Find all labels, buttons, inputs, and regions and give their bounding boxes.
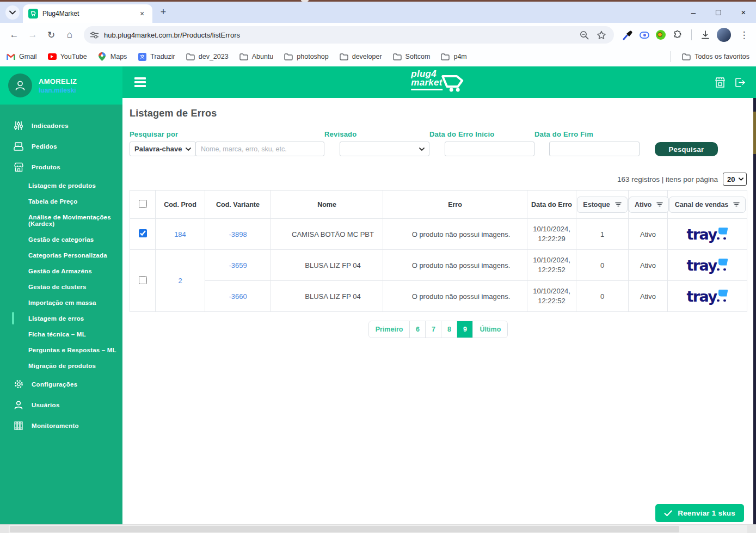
estoque-cell: 0 (576, 281, 629, 312)
bookmark-youtube[interactable]: YouTube (48, 52, 87, 61)
cod-variante-link[interactable]: -3659 (229, 261, 247, 269)
search-input[interactable] (195, 142, 324, 156)
row-checkbox[interactable] (139, 276, 147, 284)
downloads-icon[interactable] (700, 30, 710, 40)
sidebar-item-perguntas-e-respostas-ml[interactable]: Perguntas e Respostas – ML (0, 342, 122, 358)
folder-icon (284, 52, 293, 61)
canal-cell: tray (668, 281, 747, 312)
gmail-icon (7, 52, 15, 61)
cod-prod-link[interactable]: 2 (178, 277, 182, 285)
pagination-page-7[interactable]: 7 (425, 321, 441, 338)
tab-search-button[interactable] (5, 5, 20, 20)
site-settings-icon[interactable] (90, 32, 99, 39)
pagination: Primeiro 6 7 8 9 Último (130, 321, 747, 338)
zoom-icon[interactable] (580, 30, 589, 40)
sidebar-item-indicadores[interactable]: Indicadores (0, 115, 122, 136)
canal-filter-button[interactable]: Canal de vendas (669, 197, 746, 213)
sidebar-item-categorias-personalizada[interactable]: Categorias Personalizada (0, 247, 122, 263)
sidebar-item-ficha-tecnica-ml[interactable]: Ficha técnica – ML (0, 326, 122, 342)
forward-icon[interactable]: → (24, 26, 41, 44)
address-bar[interactable]: hub.plug4market.com.br/Products/listErro… (84, 26, 614, 44)
bookmark-traduzir[interactable]: Traduzir (138, 52, 175, 61)
sidebar-item-listagem-de-erros[interactable]: Listagem de erros (0, 310, 122, 326)
bookmark-folder-dev2023[interactable]: dev_2023 (186, 52, 229, 61)
sidebar-item-monitoramento[interactable]: Monitoramento (0, 415, 122, 436)
sidebar-item-gestao-de-categorias[interactable]: Gestão de categorias (0, 231, 122, 247)
logout-icon[interactable] (734, 77, 746, 88)
sidebar-item-configuracoes[interactable]: Configurações (0, 373, 122, 395)
cod-variante-link[interactable]: -3898 (229, 230, 247, 238)
resend-skus-button[interactable]: Reenviar 1 skus (655, 504, 744, 522)
maximize-button[interactable] (706, 2, 731, 23)
search-type-select[interactable]: Palavra-chave (130, 142, 196, 156)
pagination-page-9-active[interactable]: 9 (457, 321, 472, 338)
marketplace-store-icon[interactable] (714, 77, 726, 88)
bookmark-folder-softcom[interactable]: Softcom (393, 52, 431, 61)
scrollbar-thumb[interactable] (10, 526, 679, 532)
all-bookmarks-folder[interactable]: Todos os favoritos (682, 52, 749, 61)
sidebar-item-tabela-de-preco[interactable]: Tabela de Preço (0, 193, 122, 209)
row-checkbox[interactable] (139, 229, 147, 237)
minimize-button[interactable]: – (681, 2, 706, 23)
sidebar-item-usuarios[interactable]: Usuários (0, 395, 122, 415)
sidebar-item-gestao-de-armazens[interactable]: Gestão de Armazéns (0, 263, 122, 279)
gear-icon (13, 379, 24, 389)
folder-icon (393, 52, 402, 61)
browser-tab[interactable]: Plug4Market × (23, 4, 152, 23)
url-text[interactable]: hub.plug4market.com.br/Products/listErro… (104, 31, 574, 39)
nome-cell: CAMISA BOTÃO MC PBT (271, 219, 383, 250)
estoque-filter-button[interactable]: Estoque (577, 197, 627, 213)
pagination-first[interactable]: Primeiro (369, 321, 410, 338)
sidebar-item-produtos[interactable]: Produtos (0, 157, 122, 177)
cod-variante-link[interactable]: -3660 (229, 292, 247, 301)
profile-avatar[interactable] (717, 28, 731, 42)
hamburger-menu-icon[interactable] (134, 76, 146, 89)
chevron-down-icon (739, 177, 743, 181)
horizontal-scrollbar[interactable] (0, 524, 756, 533)
bookmark-maps[interactable]: Maps (98, 52, 127, 61)
cod-prod-link[interactable]: 184 (174, 230, 186, 238)
tray-logo: tray (686, 258, 728, 273)
eyedropper-extension-icon[interactable] (623, 30, 633, 40)
date-end-input[interactable] (549, 142, 640, 156)
items-per-page-select[interactable]: 20 (723, 173, 747, 186)
ativo-filter-button[interactable]: Ativo (629, 197, 669, 213)
tab-close-icon[interactable]: × (137, 9, 147, 19)
reload-icon[interactable]: ↻ (42, 26, 60, 44)
oval-extension-icon[interactable] (640, 32, 649, 39)
sidebar-item-pedidos[interactable]: Pedidos (0, 136, 122, 157)
right-scroll-strip[interactable] (753, 98, 756, 524)
sidebar-item-analise-de-movimentacoes[interactable]: Análise de Movimentações (Kardex) (0, 209, 122, 231)
close-button[interactable]: × (731, 2, 756, 23)
sidebar: AMORELIZ luan.mileski Indicadores Pedido… (0, 66, 122, 524)
bookmark-folder-developer[interactable]: developer (340, 52, 382, 61)
sidebar-item-migracao-de-produtos[interactable]: Migração de produtos (0, 358, 122, 373)
search-button[interactable]: Pesquisar (655, 142, 718, 156)
revisado-select[interactable] (340, 142, 429, 156)
extensions-puzzle-icon[interactable] (672, 30, 683, 40)
back-icon[interactable]: ← (5, 26, 23, 44)
date-start-input[interactable] (445, 142, 534, 156)
pagination-page-6[interactable]: 6 (409, 321, 425, 338)
new-tab-button[interactable]: + (156, 5, 171, 20)
sidebar-item-importacao-em-massa[interactable]: Importação em massa (0, 295, 122, 310)
home-icon[interactable]: ⌂ (61, 26, 78, 44)
green-extension-icon[interactable] (656, 30, 666, 40)
user-box[interactable]: AMORELIZ luan.mileski (0, 66, 122, 105)
bookmark-gmail[interactable]: Gmail (7, 52, 37, 61)
scroll-left-button[interactable] (0, 525, 9, 533)
bookmark-folder-photoshop[interactable]: photoshop (284, 52, 328, 61)
bookmark-folder-p4m[interactable]: p4m (441, 52, 466, 61)
sidebar-item-listagem-de-produtos[interactable]: Listagem de produtos (0, 177, 122, 193)
kebab-menu-icon[interactable]: ⋮ (737, 26, 751, 44)
toolbar-separator (691, 29, 692, 40)
user-name[interactable]: luan.mileski (39, 87, 77, 94)
sidebar-item-gestao-de-clusters[interactable]: Gestão de clusters (0, 279, 122, 295)
bookmark-folder-abuntu[interactable]: Abuntu (239, 52, 274, 61)
pagination-page-8[interactable]: 8 (441, 321, 457, 338)
scroll-right-button[interactable] (747, 525, 756, 533)
select-all-checkbox[interactable] (139, 200, 147, 208)
pagination-last[interactable]: Último (472, 321, 507, 338)
scroll-thumb[interactable] (753, 112, 756, 154)
bookmark-star-icon[interactable] (597, 30, 606, 40)
